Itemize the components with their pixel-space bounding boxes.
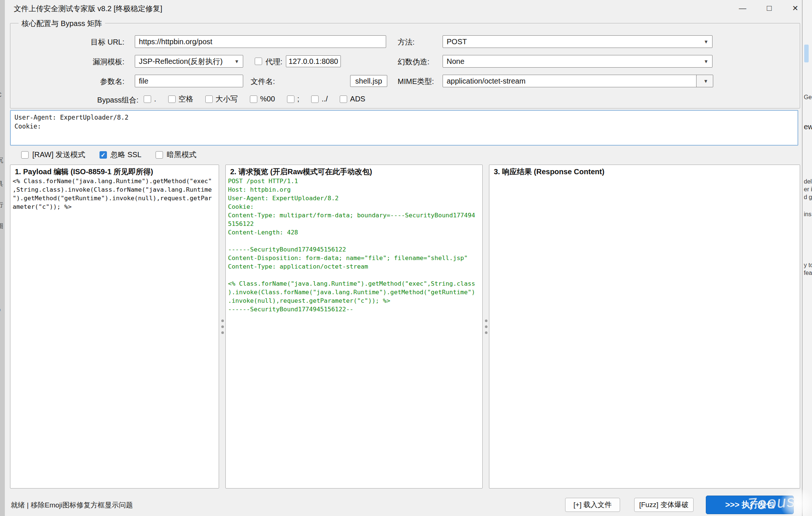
proxy-label: 代理: xyxy=(265,57,283,67)
bypass-option-space[interactable]: 空格 xyxy=(168,94,193,104)
checkbox[interactable] xyxy=(168,95,176,103)
checkbox[interactable] xyxy=(205,95,213,103)
request-preview-panel: 2. 请求预览 (开启Raw模式可在此手动改包) POST /post HTTP… xyxy=(225,165,483,489)
raw-mode-option[interactable]: [RAW] 发送模式 xyxy=(21,150,85,160)
clipped-text-fragment: 圈 xyxy=(0,222,3,230)
close-button[interactable]: ✕ xyxy=(785,1,802,15)
response-content-text[interactable] xyxy=(492,177,798,487)
method-label: 方法: xyxy=(398,37,415,47)
bypass-option-ads[interactable]: ADS xyxy=(340,95,365,103)
maximize-button[interactable]: □ xyxy=(759,1,780,15)
filename-label: 文件名: xyxy=(251,77,275,87)
target-url-input[interactable] xyxy=(135,35,386,48)
clipped-text-fragment: er i xyxy=(804,186,812,193)
screen: C 沉 具 行 圈 c o Ge ew del er i d g ins y t… xyxy=(0,0,812,516)
bypass-combo-label: Bypass组合: xyxy=(64,95,138,105)
clipped-text-fragment: d g xyxy=(804,194,812,201)
dark-mode-label: 暗黑模式 xyxy=(167,150,196,160)
bypass-option-label: . xyxy=(154,95,156,103)
fuzz-variants-button[interactable]: [Fuzz] 变体爆破 xyxy=(634,498,694,512)
background-window-left-sliver: C 沉 具 行 圈 c o xyxy=(0,0,5,516)
ignore-ssl-label: 忽略 SSL xyxy=(111,150,141,160)
clipped-text-fragment: feat xyxy=(804,270,812,276)
clipped-text-fragment: 行 xyxy=(0,201,3,209)
filename-input[interactable] xyxy=(350,75,387,87)
clipped-text-fragment: o xyxy=(0,306,0,314)
magic-bytes-value: None xyxy=(447,57,701,66)
magic-bytes-label: 幻数伪造: xyxy=(398,57,430,67)
execute-send-button[interactable]: >>> 执行发包 xyxy=(706,496,794,514)
checkbox[interactable] xyxy=(311,95,319,103)
target-url-label: 目标 URL: xyxy=(61,37,124,47)
request-panel-title: 2. 请求预览 (开启Raw模式可在此手动改包) xyxy=(229,167,373,177)
checkbox[interactable] xyxy=(287,95,294,103)
clipped-text-fragment: c xyxy=(0,245,0,253)
clipped-text-fragment: 具 xyxy=(0,179,3,188)
status-text: 就绪 | 移除Emoji图标修复方框显示问题 xyxy=(11,500,133,510)
background-blue-element xyxy=(804,45,809,62)
checkbox[interactable] xyxy=(156,151,163,159)
groupbox-legend: 核心配置与 Bypass 矩阵 xyxy=(19,19,105,29)
chevron-down-icon: ▼ xyxy=(704,59,708,64)
clipped-text-fragment: Ge xyxy=(804,94,812,101)
ignore-ssl-option[interactable]: 忽略 SSL xyxy=(100,150,141,160)
bypass-option-semicolon[interactable]: ; xyxy=(287,95,300,103)
clipped-text-fragment: 沉 xyxy=(0,156,3,165)
method-value: POST xyxy=(447,38,701,46)
custom-headers-textarea[interactable]: User-Agent: ExpertUploader/8.2 Cookie: xyxy=(10,110,798,146)
bypass-option-nullbyte[interactable]: %00 xyxy=(250,95,275,103)
method-dropdown[interactable]: POST ▼ xyxy=(443,35,712,48)
request-preview-text[interactable]: POST /post HTTP/1.1 Host: httpbin.org Us… xyxy=(228,177,481,487)
raw-mode-label: [RAW] 发送模式 xyxy=(32,150,85,160)
bypass-option-label: %00 xyxy=(260,95,275,103)
bypass-option-label: 空格 xyxy=(179,94,193,104)
bypass-option-label: ADS xyxy=(350,95,365,103)
response-panel-title: 3. 响应结果 (Response Content) xyxy=(493,167,606,177)
bypass-option-dot[interactable]: . xyxy=(144,95,156,103)
mime-type-dropdown-button[interactable]: ▼ xyxy=(696,75,713,87)
chevron-down-icon: ▼ xyxy=(234,59,239,64)
chevron-down-icon: ▼ xyxy=(704,78,708,84)
checkbox[interactable] xyxy=(250,95,257,103)
param-name-input[interactable] xyxy=(135,75,243,87)
clipped-text-fragment: ins xyxy=(804,211,811,218)
response-panel: 3. 响应结果 (Response Content) xyxy=(489,165,800,489)
clipped-text-fragment: del xyxy=(804,178,812,185)
checkbox[interactable] xyxy=(21,151,29,159)
checkbox[interactable] xyxy=(144,95,151,103)
template-dropdown[interactable]: JSP-Reflection(反射执行) ▼ xyxy=(135,55,243,68)
minimize-button[interactable]: — xyxy=(732,1,753,15)
proxy-input[interactable] xyxy=(286,55,341,67)
payload-editor-panel: 1. Payload 编辑 (ISO-8859-1 所见即所得) <% Clas… xyxy=(10,165,219,489)
bypass-option-label: ; xyxy=(297,95,300,103)
dark-mode-option[interactable]: 暗黑模式 xyxy=(156,150,196,160)
checkbox-checked[interactable] xyxy=(100,151,107,159)
param-name-label: 参数名: xyxy=(61,77,124,87)
clipped-text-fragment: ew xyxy=(804,123,812,131)
bypass-option-case[interactable]: 大小写 xyxy=(205,94,238,104)
payload-panel-title: 1. Payload 编辑 (ISO-8859-1 所见即所得) xyxy=(14,167,154,177)
window-title: 文件上传安全测试专家版 v8.2 [终极稳定修复] xyxy=(14,4,162,14)
background-window-right-sliver: Ge ew del er i d g ins y to feat xyxy=(802,0,812,516)
mime-type-label: MIME类型: xyxy=(398,77,434,87)
template-value: JSP-Reflection(反射执行) xyxy=(139,56,232,66)
template-label: 漏洞模板: xyxy=(61,57,124,67)
bypass-option-label: ../ xyxy=(322,95,328,103)
panel-splitter-handle[interactable] xyxy=(219,165,225,489)
proxy-checkbox[interactable] xyxy=(255,58,262,65)
title-bar[interactable]: 文件上传安全测试专家版 v8.2 [终极稳定修复] — □ ✕ xyxy=(5,0,802,16)
panel-splitter-handle[interactable] xyxy=(483,165,489,489)
magic-bytes-dropdown[interactable]: None ▼ xyxy=(443,55,712,68)
bypass-options-row: . 空格 大小写 %00 ; ../ ADS xyxy=(144,94,365,104)
app-window: 文件上传安全测试专家版 v8.2 [终极稳定修复] — □ ✕ 核心配置与 By… xyxy=(5,0,802,516)
mode-options-row: [RAW] 发送模式 忽略 SSL 暗黑模式 xyxy=(21,150,196,160)
load-file-button[interactable]: [+] 载入文件 xyxy=(565,498,620,512)
chevron-down-icon: ▼ xyxy=(704,39,708,45)
mime-type-combobox[interactable]: application/octet-stream xyxy=(443,75,697,87)
clipped-text-fragment: y to xyxy=(804,262,812,269)
bypass-option-label: 大小写 xyxy=(216,94,238,104)
payload-editor-text[interactable]: <% Class.forName("java.lang.Runtime").ge… xyxy=(13,177,217,487)
checkbox[interactable] xyxy=(340,95,347,103)
bypass-option-traversal[interactable]: ../ xyxy=(311,95,328,103)
clipped-text-fragment: C xyxy=(0,91,1,99)
